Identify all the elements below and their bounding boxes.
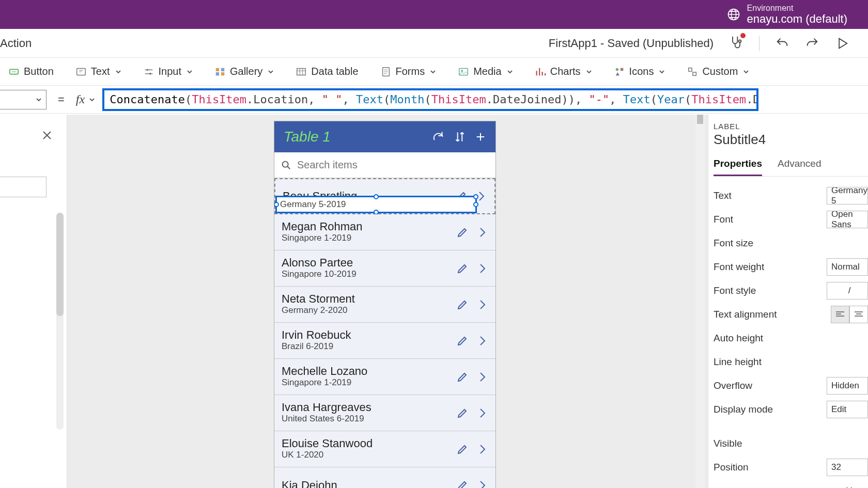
insert-forms-control[interactable]: Forms: [376, 62, 441, 81]
resize-handle[interactable]: [374, 194, 379, 199]
canvas-area[interactable]: Table 1 Beau Spratling Germany 5: [67, 115, 708, 488]
gallery-item[interactable]: Ivana HargreavesUnited States 6-2019: [274, 395, 495, 431]
edit-icon[interactable]: [456, 335, 469, 347]
tab-advanced[interactable]: Advanced: [778, 155, 822, 176]
tree-search-input[interactable]: [0, 177, 47, 197]
chevron-down-icon: [743, 69, 749, 75]
formula-token: Concatenate: [110, 93, 185, 106]
gallery-item[interactable]: Kia Dejohn: [274, 467, 495, 488]
prop-label: Text: [714, 190, 827, 201]
edit-icon[interactable]: [456, 443, 469, 455]
gallery-item[interactable]: Megan RohmanSingapore 1-2019: [274, 214, 495, 250]
chevron-right-icon[interactable]: [476, 479, 488, 488]
ribbon-label: Text: [91, 66, 110, 77]
edit-icon[interactable]: [456, 298, 469, 311]
insert-icons-control[interactable]: Icons: [610, 62, 670, 81]
insert-custom-control[interactable]: Custom: [683, 62, 753, 81]
ribbon-label: Custom: [702, 66, 738, 77]
prop-style-toggle[interactable]: /: [827, 282, 868, 300]
prop-text-input[interactable]: Germany 5: [827, 187, 868, 204]
tree-view-pane: [0, 115, 67, 488]
selected-subtitle-control[interactable]: Germany 5-2019: [275, 196, 477, 213]
formula-input[interactable]: Concatenate(ThisItem.Location, " ", Text…: [102, 88, 758, 111]
resize-handle[interactable]: [473, 202, 478, 207]
align-left-button[interactable]: [831, 306, 849, 323]
screen-header: Table 1: [274, 121, 495, 152]
prop-displaymode-select[interactable]: Edit: [827, 401, 868, 418]
forms-icon: [380, 66, 392, 77]
button-icon: [8, 66, 20, 77]
sort-icon[interactable]: [453, 130, 467, 144]
svg-rect-10: [221, 72, 224, 75]
insert-gallery-control[interactable]: Gallery: [210, 62, 278, 81]
formula-token: " ": [322, 93, 343, 106]
insert-button-control[interactable]: Button: [4, 62, 58, 81]
environment-selector[interactable]: Environment enayu.com (default): [726, 4, 847, 25]
prop-label: Position: [714, 462, 827, 473]
edit-icon[interactable]: [456, 479, 469, 488]
refresh-icon[interactable]: [431, 130, 445, 144]
insert-media-control[interactable]: Media: [454, 62, 517, 81]
formula-token: Text: [623, 93, 650, 106]
app-status-text: FirstApp1 - Saved (Unpublished): [549, 37, 714, 50]
insert-datatable-control[interactable]: Data table: [291, 62, 362, 81]
chevron-right-icon[interactable]: [476, 226, 488, 239]
close-icon[interactable]: [42, 130, 52, 140]
prop-label: Font size: [714, 238, 868, 249]
item-title-label: Neta Storment: [282, 293, 456, 305]
gallery-item[interactable]: Irvin RoebuckBrazil 6-2019: [274, 323, 495, 359]
insert-text-control[interactable]: Text: [71, 62, 126, 81]
redo-button[interactable]: [805, 36, 819, 51]
prop-position-x-input[interactable]: 32: [827, 459, 868, 476]
add-icon[interactable]: [475, 131, 486, 143]
resize-handle[interactable]: [274, 202, 279, 207]
chevron-right-icon[interactable]: [476, 262, 488, 275]
edit-icon[interactable]: [456, 407, 469, 419]
item-subtitle-label: UK 1-2020: [282, 450, 456, 460]
insert-input-control[interactable]: Input: [139, 62, 197, 81]
tab-properties[interactable]: Properties: [714, 155, 762, 176]
prop-overflow-select[interactable]: Hidden: [827, 377, 868, 395]
prop-weight-select[interactable]: Normal: [827, 258, 868, 276]
chevron-right-icon[interactable]: [476, 371, 488, 383]
chevron-right-icon[interactable]: [476, 298, 488, 311]
app-checker-button[interactable]: [729, 35, 743, 52]
svg-point-19: [283, 161, 288, 167]
align-center-button[interactable]: [849, 306, 868, 323]
canvas-scrollbar[interactable]: [695, 115, 705, 488]
gallery-item[interactable]: Mechelle LozanoSingapore 1-2019: [274, 359, 495, 395]
svg-rect-9: [216, 72, 219, 75]
environment-name: enayu.com (default): [747, 13, 847, 25]
resize-handle[interactable]: [473, 194, 478, 199]
chevron-right-icon[interactable]: [476, 443, 488, 455]
gallery-item[interactable]: Elouise StanwoodUK 1-2020: [274, 431, 495, 467]
item-subtitle-label: Singapore 10-2019: [282, 269, 456, 279]
insert-charts-control[interactable]: Charts: [531, 62, 596, 81]
property-selector[interactable]: [0, 90, 47, 109]
chevron-right-icon[interactable]: [476, 407, 488, 419]
gallery-item[interactable]: Alonso ParteeSingapore 10-2019: [274, 250, 495, 287]
search-box[interactable]: [274, 152, 495, 178]
formula-token: "-": [588, 93, 609, 106]
position-x-label: X: [846, 485, 853, 488]
item-subtitle-label: Singapore 1-2019: [282, 377, 456, 388]
item-subtitle-label: Singapore 1-2019: [282, 233, 456, 243]
edit-icon[interactable]: [456, 226, 469, 239]
ribbon-label: Gallery: [230, 66, 262, 77]
edit-icon[interactable]: [456, 371, 469, 383]
prop-font-select[interactable]: Open Sans: [827, 211, 868, 228]
search-input[interactable]: [297, 159, 489, 171]
chevron-right-icon[interactable]: [476, 335, 488, 347]
gallery-item[interactable]: Beau Spratling Germany 5-2019: [274, 178, 495, 214]
play-preview-button[interactable]: [835, 36, 849, 51]
undo-button[interactable]: [775, 36, 789, 51]
notification-dot-icon: [740, 33, 746, 38]
formula-token: ThisItem: [192, 93, 246, 106]
gallery-item[interactable]: Neta StormentGermany 2-2020: [274, 287, 495, 323]
edit-icon[interactable]: [456, 262, 469, 275]
chevron-down-icon: [36, 97, 42, 103]
formula-token: ThisItem: [431, 93, 486, 106]
tree-scrollbar[interactable]: [56, 213, 64, 430]
svg-rect-16: [620, 68, 623, 71]
prop-label: Auto height: [714, 333, 868, 344]
